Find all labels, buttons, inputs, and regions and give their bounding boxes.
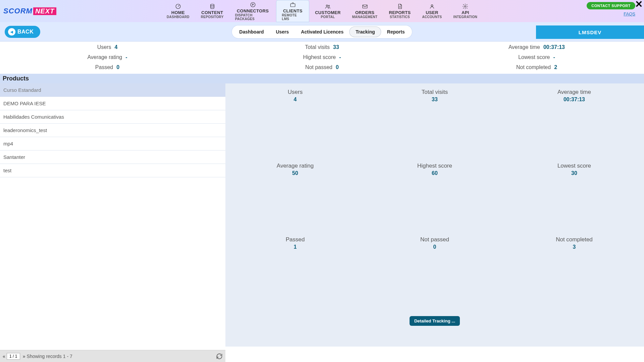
nav-title: HOME (171, 10, 185, 15)
nav-item-content[interactable]: CONTENT REPOSITORY (195, 0, 229, 22)
detail-value: 30 (571, 170, 577, 176)
nav-item-customer[interactable]: CUSTOMER PORTAL (309, 0, 346, 22)
nav-subtitle: PORTAL (321, 15, 335, 19)
gear-icon (462, 3, 468, 9)
pager-page-input[interactable] (7, 353, 20, 360)
svg-rect-7 (363, 5, 367, 8)
products-list: Curso EstandardDEMO PARA IESEHabilidades… (0, 83, 225, 347)
user-icon (429, 3, 435, 9)
nav-subtitle: DISPATCH PACKAGES (235, 13, 271, 21)
detail-value: 00:37:13 (564, 97, 585, 103)
product-list-item[interactable]: Habilidades Comunicativas (0, 110, 225, 124)
logo-text-scorm: SCORM (3, 7, 33, 15)
client-sub-bar: ◄ BACK DashboardUsersActivated LicencesT… (0, 22, 644, 42)
nav-title: CONTENT (201, 10, 223, 15)
back-label: BACK (17, 29, 34, 35)
faqs-link[interactable]: FAQS (624, 11, 635, 16)
svg-point-9 (465, 6, 466, 7)
detail-value: 1 (294, 244, 297, 250)
nav-title: REPORTS (389, 10, 411, 15)
nav-item-orders[interactable]: ORDERS MANAGEMENT (346, 0, 383, 22)
refresh-icon[interactable] (216, 353, 223, 360)
stat-value: 2 (554, 64, 557, 70)
tab-activated-licences[interactable]: Activated Licences (295, 27, 350, 37)
nav-title: USER (426, 10, 438, 15)
product-list-item[interactable]: test (0, 164, 225, 177)
nav-item-clients[interactable]: CLIENTS REMOTE LMS (276, 0, 309, 22)
stat-label: Highest score (303, 54, 336, 60)
stat-label: Users (97, 44, 111, 50)
pager-last-icon[interactable]: » (23, 354, 24, 359)
mail-icon (362, 3, 368, 9)
nav-item-user[interactable]: USER ACCOUNTS (416, 0, 447, 22)
nav-item-connectors[interactable]: P CONNECTORS DISPATCH PACKAGES (229, 0, 276, 22)
summary-stat: Average time00:37:13 (508, 44, 565, 50)
detail-stat: Not passed0 (365, 234, 504, 308)
detail-label: Average time (557, 89, 591, 96)
stat-label: Not completed (516, 64, 551, 70)
svg-text:P: P (252, 3, 254, 6)
logo-text-next: NEXT (33, 7, 56, 15)
nav-subtitle: STATISTICS (390, 15, 410, 19)
detail-stat: Lowest score30 (504, 161, 644, 234)
stat-value: - (553, 54, 555, 60)
stat-label: Average time (508, 44, 540, 50)
detailed-tracking-button[interactable]: Detailed Tracking ... (410, 316, 460, 326)
product-detail-panel: Users4Total visits33Average time00:37:13… (225, 83, 644, 347)
tab-reports[interactable]: Reports (381, 27, 411, 37)
nav-title: CONNECTORS (237, 8, 269, 13)
svg-point-6 (328, 5, 330, 7)
detail-label: Passed (286, 236, 305, 243)
back-button[interactable]: ◄ BACK (5, 26, 40, 38)
doc-icon (397, 3, 403, 9)
nav-subtitle: DASHBOARD (167, 15, 190, 19)
products-sidebar: Curso EstandardDEMO PARA IESEHabilidades… (0, 83, 225, 347)
product-list-item[interactable]: mp4 (0, 137, 225, 150)
tab-dashboard[interactable]: Dashboard (233, 27, 270, 37)
nav-subtitle: MANAGEMENT (352, 15, 378, 19)
detail-stat: Total visits33 (365, 87, 504, 161)
svg-point-8 (431, 5, 433, 6)
gauge-icon (175, 3, 181, 9)
client-name-badge: LMSDEV (536, 25, 644, 39)
detail-stat: Highest score60 (365, 161, 504, 234)
stat-value: 00:37:13 (543, 44, 565, 50)
detail-label: Not passed (420, 236, 449, 243)
detail-value: 4 (294, 97, 297, 103)
top-right-controls: CONTACT SUPPORT FAQS (587, 2, 635, 16)
nav-subtitle: ACCOUNTS (422, 15, 442, 19)
detail-value: 3 (573, 244, 576, 250)
stat-label: Total visits (305, 44, 330, 50)
pager-first-icon[interactable]: « (3, 354, 4, 359)
summary-strip: Users4Average rating-Passed0 Total visit… (0, 42, 644, 74)
nav-subtitle: REPOSITORY (201, 15, 224, 19)
detail-stat: Average rating50 (225, 161, 365, 234)
detail-label: Average rating (277, 163, 314, 169)
tab-tracking[interactable]: Tracking (350, 27, 381, 37)
nav-subtitle: INTEGRATION (453, 15, 477, 19)
nav-title: ORDERS (355, 10, 374, 15)
stat-value: - (339, 54, 341, 60)
product-list-item[interactable]: leaderonomics_test (0, 124, 225, 137)
detail-stat: Not completed3 (504, 234, 644, 308)
stat-label: Lowest score (518, 54, 550, 60)
svg-point-1 (210, 4, 214, 6)
product-list-item[interactable]: DEMO PARA IESE (0, 97, 225, 110)
close-icon[interactable]: ✕ (635, 0, 643, 10)
stat-label: Average rating (87, 54, 122, 60)
detail-stat: Users4 (225, 87, 365, 161)
tab-users[interactable]: Users (270, 27, 295, 37)
detail-stat: Passed1 (225, 234, 365, 308)
product-list-item[interactable]: Santanter (0, 150, 225, 164)
product-list-item[interactable]: Curso Estandard (0, 83, 225, 97)
nav-item-home[interactable]: HOME DASHBOARD (161, 0, 195, 22)
nav-item-api[interactable]: API INTEGRATION (448, 0, 483, 22)
summary-stat: Total visits33 (305, 44, 339, 50)
db-icon (209, 3, 215, 9)
detail-label: Lowest score (557, 163, 591, 169)
summary-stat: Passed0 (95, 64, 119, 70)
detail-label: Users (288, 89, 303, 96)
summary-stat: Users4 (97, 44, 118, 50)
contact-support-button[interactable]: CONTACT SUPPORT (587, 2, 635, 9)
nav-item-reports[interactable]: REPORTS STATISTICS (383, 0, 417, 22)
